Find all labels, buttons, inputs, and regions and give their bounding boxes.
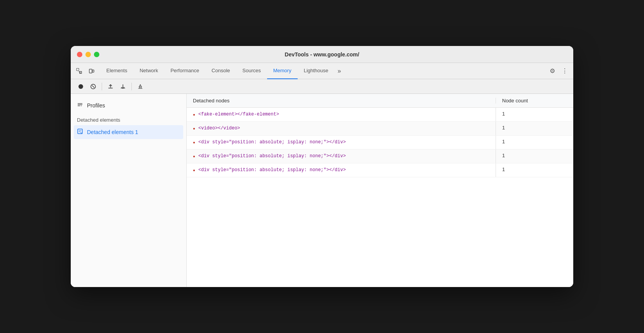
col-node-count: Node count	[496, 98, 573, 104]
close-button[interactable]	[77, 52, 82, 57]
node-code-0: <fake-element></fake-element>	[198, 111, 279, 118]
svg-rect-2	[92, 70, 94, 72]
table-row[interactable]: ● <video></video> 1	[187, 122, 573, 136]
table-row[interactable]: ● <div style="position: absolute; isplay…	[187, 150, 573, 163]
node-code-3: <div style="position: absolute; isplay: …	[198, 153, 346, 160]
table-row[interactable]: ● <div style="position: absolute; isplay…	[187, 163, 573, 177]
cell-count-2: 1	[496, 136, 573, 149]
table-row[interactable]: ● <fake-element></fake-element> 1	[187, 108, 573, 122]
cell-node-4: ● <div style="position: absolute; isplay…	[187, 163, 496, 177]
svg-rect-1	[89, 69, 92, 73]
secondary-toolbar	[71, 79, 573, 94]
cell-count-3: 1	[496, 150, 573, 163]
table-body: ● <fake-element></fake-element> 1 ● <vid…	[187, 108, 573, 287]
cell-count-1: 1	[496, 122, 573, 135]
cell-count-0: 1	[496, 108, 573, 121]
inspect-element-icon[interactable]	[74, 66, 85, 76]
detached-elements-icon	[77, 128, 83, 136]
cell-node-2: ● <div style="position: absolute; isplay…	[187, 136, 496, 149]
tab-console[interactable]: Console	[205, 63, 236, 79]
window-title: DevTools - www.google.com/	[285, 51, 359, 58]
tab-network[interactable]: Network	[133, 63, 164, 79]
table-row[interactable]: ● <div style="position: absolute; isplay…	[187, 136, 573, 150]
cell-node-0: ● <fake-element></fake-element>	[187, 108, 496, 121]
col-detached-nodes: Detached nodes	[187, 98, 496, 104]
stop-button[interactable]	[88, 81, 99, 92]
record-button[interactable]	[75, 81, 86, 92]
svg-line-5	[92, 85, 94, 88]
svg-rect-0	[77, 68, 79, 71]
tab-elements[interactable]: Elements	[100, 63, 133, 79]
profiles-label: Profiles	[87, 102, 105, 109]
tab-icon-group	[74, 66, 97, 76]
dot-icon-3: ●	[193, 154, 195, 160]
settings-button[interactable]: ⚙	[547, 66, 558, 76]
svg-point-3	[78, 84, 83, 89]
download-button[interactable]	[118, 81, 128, 92]
separator-1	[102, 83, 102, 90]
tabs-list: Elements Network Performance Console Sou…	[100, 63, 547, 79]
tab-sources[interactable]: Sources	[236, 63, 267, 79]
devtools-window: DevTools - www.google.com/ Elements Netw…	[71, 46, 573, 287]
upload-button[interactable]	[105, 81, 116, 92]
dot-icon-0: ●	[193, 112, 195, 118]
maximize-button[interactable]	[94, 52, 99, 57]
node-code-2: <div style="position: absolute; isplay: …	[198, 139, 346, 146]
separator-2	[131, 83, 132, 90]
tab-memory[interactable]: Memory	[267, 63, 298, 79]
cell-node-3: ● <div style="position: absolute; isplay…	[187, 150, 496, 163]
device-toolbar-icon[interactable]	[86, 66, 97, 76]
sidebar-profiles: Profiles	[71, 99, 186, 112]
tab-performance[interactable]: Performance	[164, 63, 205, 79]
dot-icon-4: ●	[193, 168, 195, 173]
svg-rect-10	[78, 129, 82, 134]
main-content: Profiles Detached elements Detached elem…	[71, 94, 573, 287]
window-controls	[77, 52, 99, 57]
more-tabs-button[interactable]: »	[334, 63, 344, 79]
sidebar: Profiles Detached elements Detached elem…	[71, 94, 187, 287]
sidebar-item-label: Detached elements 1	[87, 129, 138, 135]
right-panel: Detached nodes Node count ● <fake-elemen…	[187, 94, 573, 287]
tab-lighthouse[interactable]: Lighthouse	[298, 63, 335, 79]
node-code-4: <div style="position: absolute; isplay: …	[198, 166, 346, 173]
table-header: Detached nodes Node count	[187, 94, 573, 108]
minimize-button[interactable]	[85, 52, 91, 57]
profiles-icon	[77, 102, 83, 109]
dot-icon-1: ●	[193, 126, 195, 132]
sidebar-section-label: Detached elements	[71, 112, 186, 125]
more-options-button[interactable]: ⋮	[559, 66, 570, 76]
clear-button[interactable]	[135, 81, 146, 92]
node-code-1: <video></video>	[198, 125, 240, 132]
sidebar-item-detached-elements-1[interactable]: Detached elements 1	[74, 125, 183, 139]
svg-point-9	[81, 105, 82, 106]
cell-node-1: ● <video></video>	[187, 122, 496, 135]
title-bar: DevTools - www.google.com/	[71, 46, 573, 63]
dot-icon-2: ●	[193, 140, 195, 146]
tabs-toolbar: Elements Network Performance Console Sou…	[71, 63, 573, 79]
toolbar-right: ⚙ ⋮	[547, 66, 570, 76]
cell-count-4: 1	[496, 163, 573, 177]
